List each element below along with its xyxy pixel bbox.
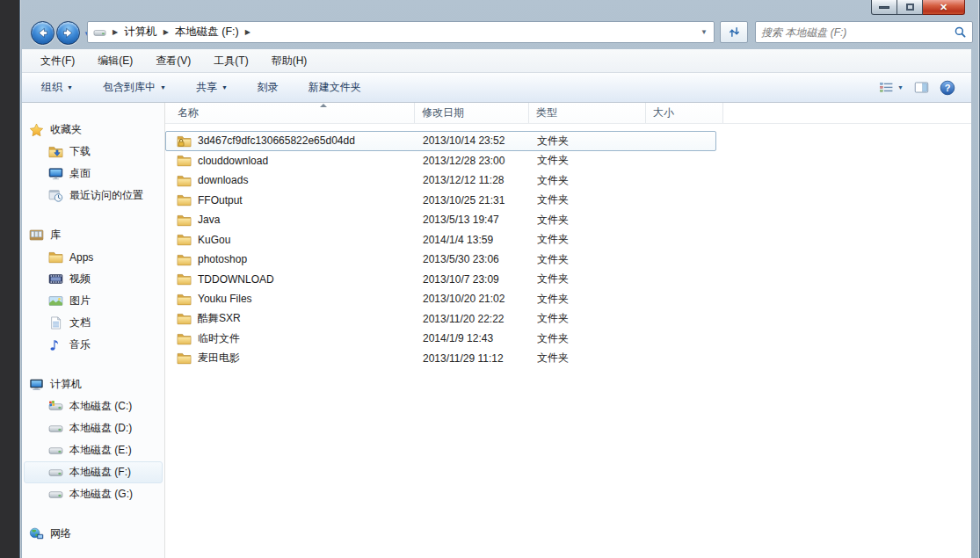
- column-header-type[interactable]: 类型: [529, 103, 646, 123]
- table-row[interactable]: Java 2013/5/13 19:47 文件夹: [165, 210, 716, 230]
- sidebar-item-computer[interactable]: 计算机: [22, 373, 164, 395]
- file-date: 2013/12/28 23:00: [416, 155, 530, 167]
- search-icon[interactable]: [954, 25, 967, 39]
- star-icon: [29, 123, 44, 136]
- search-input[interactable]: [761, 26, 954, 39]
- breadcrumb-separator[interactable]: ▶: [239, 28, 257, 36]
- sidebar-item-libraries[interactable]: 库: [22, 224, 164, 246]
- folder-icon: [177, 272, 192, 286]
- close-icon: ✕: [940, 2, 947, 13]
- sidebar-label: 本地磁盘 (C:): [69, 399, 132, 414]
- file-name: 麦田电影: [198, 351, 240, 366]
- burn-button[interactable]: 刻录: [249, 76, 287, 99]
- sidebar-label: 图片: [69, 293, 91, 308]
- back-arrow-icon: [35, 25, 50, 40]
- library-icon: [29, 228, 44, 242]
- file-type: 文件夹: [530, 252, 647, 267]
- file-name: 3d467cf9dfc130665822e65d04dd: [198, 134, 355, 147]
- file-list-pane: 名称 修改日期 类型 大小 3d467cf9dfc130665822e65d04…: [165, 103, 971, 558]
- file-date: 2013/12/12 11:28: [416, 174, 530, 186]
- file-date: 2013/10/7 23:09: [416, 273, 530, 286]
- table-row[interactable]: 临时文件 2014/1/9 12:43 文件夹: [165, 329, 716, 349]
- table-row[interactable]: FFOutput 2013/10/25 21:31 文件夹: [165, 191, 716, 211]
- sidebar-item-videos[interactable]: 视频: [24, 268, 163, 290]
- sidebar-item-local-disk-f[interactable]: 本地磁盘 (F:): [24, 461, 163, 483]
- computer-section: 计算机 本地磁盘 (C:) 本地磁盘 (D:) 本地磁盘 (E:) 本地磁盘 (…: [22, 373, 164, 505]
- views-button[interactable]: ▼: [874, 77, 909, 98]
- minimize-button[interactable]: [871, 0, 897, 15]
- preview-pane-button[interactable]: [909, 77, 934, 98]
- file-name: Java: [198, 214, 220, 226]
- new-folder-button[interactable]: 新建文件夹: [300, 76, 370, 99]
- column-header-size[interactable]: 大小: [646, 103, 723, 123]
- close-button[interactable]: ✕: [923, 0, 965, 15]
- sidebar-item-downloads[interactable]: 下载: [24, 141, 163, 163]
- command-bar: 组织▼ 包含到库中▼ 共享▼ 刻录 新建文件夹 ▼: [22, 73, 971, 103]
- file-date: 2014/1/4 13:59: [416, 234, 530, 246]
- drive-icon: [48, 466, 63, 479]
- file-type: 文件夹: [530, 213, 647, 228]
- chevron-down-icon: ▼: [221, 84, 228, 91]
- recent-places-icon: [48, 189, 63, 202]
- sidebar-item-recent-places[interactable]: 最近访问的位置: [24, 185, 163, 207]
- folder-lock-icon: [177, 134, 192, 148]
- drive-icon: [48, 444, 63, 457]
- menu-file[interactable]: 文件(F): [29, 50, 86, 72]
- menu-tools[interactable]: 工具(T): [202, 50, 259, 72]
- table-row[interactable]: 酷舞SXR 2013/11/20 22:22 文件夹: [165, 309, 716, 330]
- menu-help[interactable]: 帮助(H): [260, 50, 319, 72]
- refresh-button[interactable]: [720, 21, 748, 43]
- sidebar-item-documents[interactable]: 文档: [24, 312, 163, 334]
- file-type: 文件夹: [530, 311, 647, 326]
- sidebar-item-pictures[interactable]: 图片: [24, 290, 163, 312]
- table-row[interactable]: downloads 2013/12/12 11:28 文件夹: [165, 170, 716, 191]
- table-row[interactable]: 3d467cf9dfc130665822e65d04dd 2013/10/14 …: [165, 131, 716, 151]
- folder-icon: [48, 250, 63, 264]
- network-section: 网络: [22, 523, 164, 545]
- maximize-button[interactable]: [897, 0, 923, 15]
- menu-view[interactable]: 查看(V): [144, 50, 202, 72]
- sidebar-item-local-disk-d[interactable]: 本地磁盘 (D:): [24, 417, 163, 439]
- table-row[interactable]: clouddownload 2013/12/28 23:00 文件夹: [165, 151, 716, 171]
- address-history-dropdown[interactable]: ▼: [698, 28, 710, 36]
- download-folder-icon: [48, 145, 63, 158]
- table-row[interactable]: TDDOWNLOAD 2013/10/7 23:09 文件夹: [165, 270, 716, 290]
- sidebar-item-local-disk-c[interactable]: 本地磁盘 (C:): [24, 395, 163, 417]
- address-bar[interactable]: ▶ 计算机 ▶ 本地磁盘 (F:) ▶ ▼: [87, 21, 715, 43]
- back-button[interactable]: [31, 21, 54, 45]
- breadcrumb-computer[interactable]: 计算机: [124, 25, 157, 40]
- sidebar-label: 收藏夹: [50, 122, 82, 137]
- sidebar-item-network[interactable]: 网络: [22, 523, 164, 545]
- maximize-icon: [906, 4, 914, 11]
- sidebar-item-apps[interactable]: Apps: [24, 246, 163, 268]
- breadcrumb-local-disk-f[interactable]: 本地磁盘 (F:): [175, 25, 239, 40]
- breadcrumb-separator[interactable]: ▶: [157, 28, 175, 36]
- preview-pane-icon: [914, 81, 929, 94]
- sidebar-item-local-disk-e[interactable]: 本地磁盘 (E:): [24, 439, 163, 461]
- help-button[interactable]: [934, 76, 961, 99]
- sidebar-item-favorites[interactable]: 收藏夹: [22, 119, 164, 141]
- file-type: 文件夹: [530, 292, 647, 307]
- file-name: KuGou: [198, 234, 230, 246]
- breadcrumb-separator[interactable]: ▶: [106, 28, 124, 36]
- forward-button[interactable]: [56, 21, 80, 45]
- menu-edit[interactable]: 编辑(E): [86, 50, 144, 72]
- table-row[interactable]: 麦田电影 2013/11/29 11:12 文件夹: [165, 349, 716, 369]
- sidebar-item-local-disk-g[interactable]: 本地磁盘 (G:): [24, 483, 163, 505]
- sort-ascending-icon: [320, 104, 327, 107]
- sidebar-item-desktop[interactable]: 桌面: [24, 163, 163, 185]
- column-header-name[interactable]: 名称: [165, 103, 415, 123]
- table-row[interactable]: Youku Files 2013/10/20 21:02 文件夹: [165, 289, 716, 309]
- file-date: 2013/10/14 23:52: [416, 134, 530, 147]
- table-row[interactable]: KuGou 2014/1/4 13:59 文件夹: [165, 230, 716, 250]
- file-name: Youku Files: [198, 293, 252, 305]
- os-drive-icon: [48, 400, 63, 413]
- table-row[interactable]: photoshop 2013/5/30 23:06 文件夹: [165, 250, 716, 270]
- file-name: 酷舞SXR: [198, 311, 241, 326]
- column-header-date[interactable]: 修改日期: [415, 103, 529, 123]
- organize-button[interactable]: 组织▼: [33, 76, 82, 99]
- folder-icon: [177, 233, 192, 246]
- sidebar-item-music[interactable]: 音乐: [24, 334, 163, 356]
- include-in-library-button[interactable]: 包含到库中▼: [94, 76, 175, 99]
- share-button[interactable]: 共享▼: [187, 76, 236, 99]
